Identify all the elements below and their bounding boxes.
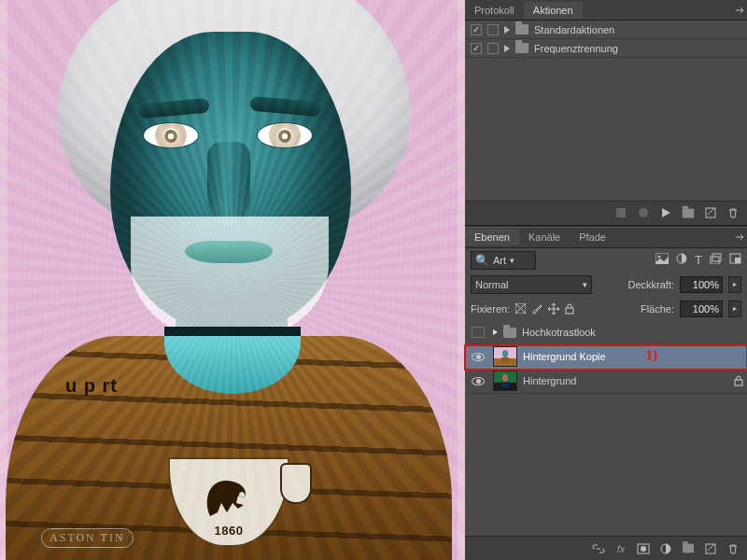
search-icon: 🔍: [475, 254, 489, 267]
folder-icon: [515, 24, 529, 35]
filter-shape-icon[interactable]: [710, 253, 722, 267]
lock-move-icon[interactable]: [548, 303, 559, 315]
brand-badge: [280, 463, 312, 504]
lock-fill-row: Fixieren: Fläche: 100% ▸: [465, 297, 747, 321]
adjustment-button[interactable]: [655, 539, 676, 558]
layer-name: Hochkotrastlook: [522, 327, 596, 338]
link-layers-button[interactable]: [588, 539, 609, 558]
action-set-name: Frequenztrennung: [534, 43, 618, 54]
layer-filter-row: 🔍 Art ▾ T: [465, 248, 747, 273]
layers-footer: fx: [465, 536, 747, 560]
opacity-stepper[interactable]: ▸: [728, 276, 741, 293]
lion-icon: [197, 475, 261, 520]
aston-text: ASTON TIN: [41, 528, 134, 548]
trash-button[interactable]: [723, 539, 743, 558]
visibility-toggle[interactable]: [472, 327, 485, 338]
fx-button[interactable]: fx: [611, 539, 631, 558]
svg-rect-0: [616, 208, 626, 217]
filter-type-icon[interactable]: T: [695, 253, 702, 267]
actions-empty-area: [465, 58, 747, 201]
toggle-checkbox[interactable]: ✓: [471, 24, 482, 35]
play-button[interactable]: [655, 203, 676, 222]
actions-footer: [465, 201, 747, 225]
visibility-toggle[interactable]: [472, 377, 485, 385]
sponsor-text: u p rt: [65, 375, 118, 397]
visibility-toggle[interactable]: [472, 353, 485, 361]
filter-type-select[interactable]: 🔍 Art ▾: [471, 251, 536, 270]
new-action-button[interactable]: [700, 203, 721, 222]
svg-point-18: [641, 546, 646, 552]
actions-tabbar: Protokoll Aktionen: [465, 0, 747, 21]
dialog-toggle[interactable]: [487, 43, 499, 54]
layers-tabbar: Ebenen Kanäle Pfade: [465, 228, 747, 248]
chevron-down-icon: ▾: [510, 256, 514, 265]
fill-input[interactable]: 100%: [680, 301, 723, 317]
trash-button[interactable]: [723, 203, 743, 222]
svg-point-12: [502, 350, 508, 357]
right-panels: Protokoll Aktionen ✓ Standardaktionen ✓ …: [465, 0, 747, 560]
mask-button[interactable]: [633, 539, 654, 558]
lock-all-icon[interactable]: [565, 303, 574, 315]
lock-brush-icon[interactable]: [531, 303, 543, 315]
layer-row-folder[interactable]: Hochkotrastlook: [465, 321, 747, 345]
expand-icon[interactable]: [504, 26, 510, 34]
opacity-label: Deckkraft:: [627, 279, 674, 290]
lock-label: Fixieren:: [471, 303, 510, 315]
filter-adjust-icon[interactable]: [676, 253, 687, 267]
toggle-checkbox[interactable]: ✓: [471, 43, 482, 54]
svg-rect-13: [501, 357, 509, 363]
tab-protokoll[interactable]: Protokoll: [465, 2, 524, 19]
expand-icon[interactable]: [493, 329, 498, 335]
svg-rect-11: [566, 308, 573, 314]
dialog-toggle[interactable]: [487, 24, 499, 35]
svg-rect-16: [735, 380, 742, 385]
annotation: 1): [646, 347, 658, 363]
lock-icon-group: [515, 303, 574, 315]
svg-point-14: [502, 374, 508, 382]
action-set-row[interactable]: ✓ Frequenztrennung: [465, 39, 747, 58]
layer-row[interactable]: Hintergrund: [465, 370, 747, 394]
panel-menu-icon[interactable]: [732, 227, 747, 247]
blend-mode-value: Normal: [475, 279, 508, 290]
layer-thumbnail[interactable]: [493, 371, 517, 391]
blend-mode-select[interactable]: Normal ▾: [471, 275, 592, 294]
panel-menu-icon[interactable]: [732, 0, 747, 21]
chevron-down-icon: ▾: [583, 280, 587, 289]
record-button[interactable]: [633, 203, 654, 222]
lock-pixels-icon[interactable]: [515, 303, 526, 315]
tab-ebenen[interactable]: Ebenen: [465, 229, 519, 245]
tab-aktionen[interactable]: Aktionen: [524, 2, 583, 19]
crest-year: 1860: [215, 524, 244, 538]
tab-kanale[interactable]: Kanäle: [519, 229, 570, 245]
action-set-row[interactable]: ✓ Standardaktionen: [465, 21, 747, 39]
filter-smartobj-icon[interactable]: [729, 253, 741, 267]
filter-image-icon[interactable]: [655, 253, 669, 267]
svg-rect-2: [706, 208, 715, 217]
fill-stepper[interactable]: ▸: [728, 301, 741, 317]
canvas-art: u p rt 1860 ASTON TIN: [0, 0, 465, 560]
fill-label: Fläche:: [641, 303, 674, 315]
tab-pfade[interactable]: Pfade: [570, 229, 615, 245]
group-button[interactable]: [678, 539, 698, 558]
lock-icon: [734, 375, 743, 386]
stop-button[interactable]: [611, 203, 631, 222]
svg-rect-15: [501, 382, 509, 387]
svg-rect-9: [735, 258, 740, 263]
layers-empty-area: [465, 394, 747, 537]
layer-thumbnail[interactable]: [493, 346, 517, 367]
photoshop-window: u p rt 1860 ASTON TIN Protokoll Aktionen: [0, 0, 747, 560]
opacity-input[interactable]: 100%: [680, 276, 723, 293]
new-set-button[interactable]: [678, 203, 698, 222]
folder-icon: [503, 328, 516, 338]
document-canvas[interactable]: u p rt 1860 ASTON TIN: [0, 0, 465, 560]
layer-name: Hintergrund: [523, 375, 576, 386]
svg-point-1: [639, 208, 648, 217]
action-set-name: Standardaktionen: [534, 24, 614, 35]
new-layer-button[interactable]: [700, 539, 721, 558]
svg-rect-7: [711, 257, 719, 264]
svg-rect-6: [712, 254, 721, 261]
filter-type-value: Art: [493, 255, 506, 266]
svg-point-4: [658, 256, 661, 259]
expand-icon[interactable]: [504, 45, 510, 52]
layer-row-selected[interactable]: Hintergrund Kopie 1): [465, 345, 747, 370]
